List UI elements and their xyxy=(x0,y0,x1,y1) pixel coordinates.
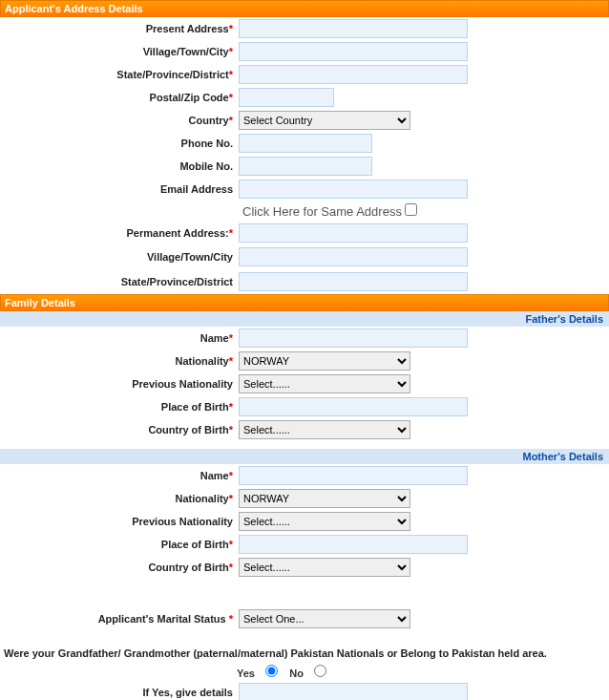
label-mobile: Mobile No. xyxy=(0,160,237,172)
label-perm-state: State/Province/District xyxy=(0,276,237,287)
input-mother-name[interactable] xyxy=(239,466,468,485)
label-email: Email Address xyxy=(0,183,237,195)
input-father-name[interactable] xyxy=(239,329,468,348)
select-father-nationality[interactable]: NORWAY xyxy=(239,351,410,371)
input-village[interactable] xyxy=(239,42,468,61)
label-father-prev-nationality: Previous Nationality xyxy=(0,378,237,390)
label-perm-village: Village/Town/City xyxy=(0,251,237,263)
label-postal: Postal/Zip Code* xyxy=(0,92,237,103)
label-yes: Yes xyxy=(237,668,255,679)
select-mother-prev-nationality[interactable]: Select...... xyxy=(239,512,410,531)
input-if-yes-details[interactable] xyxy=(239,683,468,700)
label-mother-pob: Place of Birth* xyxy=(0,539,237,550)
pakistan-question: Were your Grandfather/ Grandmother (pate… xyxy=(0,642,609,663)
input-father-pob[interactable] xyxy=(239,397,468,416)
label-permanent-address: Permanent Address:* xyxy=(0,227,237,239)
sub-header-father: Father's Details xyxy=(0,311,609,327)
input-phone[interactable] xyxy=(239,134,372,153)
label-mother-cob: Country of Birth* xyxy=(0,562,237,573)
section-header-address: Applicant's Address Details xyxy=(0,0,609,17)
input-postal[interactable] xyxy=(239,88,334,107)
label-present-address: Present Address* xyxy=(0,23,237,34)
label-country: Country* xyxy=(0,115,237,126)
checkbox-same-address[interactable] xyxy=(405,203,417,216)
label-mother-prev-nationality: Previous Nationality xyxy=(0,516,237,527)
input-perm-state[interactable] xyxy=(239,272,468,291)
input-perm-village[interactable] xyxy=(239,247,468,266)
label-village: Village/Town/City* xyxy=(0,46,237,57)
label-mother-name: Name* xyxy=(0,470,237,481)
select-father-cob[interactable]: Select...... xyxy=(239,420,410,439)
radio-no[interactable] xyxy=(314,665,326,677)
input-state[interactable] xyxy=(239,65,468,84)
input-email[interactable] xyxy=(239,180,468,199)
select-mother-nationality[interactable]: NORWAY xyxy=(239,489,410,508)
sub-header-mother: Mother's Details xyxy=(0,449,609,464)
label-no: No xyxy=(289,668,304,679)
label-if-yes-details: If Yes, give details xyxy=(0,687,237,698)
label-father-pob: Place of Birth* xyxy=(0,401,237,413)
select-father-prev-nationality[interactable]: Select...... xyxy=(239,374,410,393)
label-father-cob: Country of Birth* xyxy=(0,424,237,435)
label-father-nationality: Nationality* xyxy=(0,355,237,367)
input-present-address[interactable] xyxy=(239,19,468,38)
label-state: State/Province/District* xyxy=(0,69,237,80)
section-header-family: Family Details xyxy=(0,294,609,311)
select-marital-status[interactable]: Select One... xyxy=(239,609,410,628)
label-marital-status: Applicant's Marital Status * xyxy=(0,613,237,625)
select-mother-cob[interactable]: Select...... xyxy=(239,558,410,577)
input-mobile[interactable] xyxy=(239,157,372,176)
select-country[interactable]: Select Country xyxy=(239,111,410,130)
label-father-name: Name* xyxy=(0,332,237,344)
label-phone: Phone No. xyxy=(0,138,237,149)
label-mother-nationality: Nationality* xyxy=(0,493,237,504)
input-permanent-address[interactable] xyxy=(239,223,468,243)
radio-yes[interactable] xyxy=(265,665,278,677)
same-address-text: Click Here for Same Address xyxy=(239,204,402,219)
input-mother-pob[interactable] xyxy=(239,535,468,554)
